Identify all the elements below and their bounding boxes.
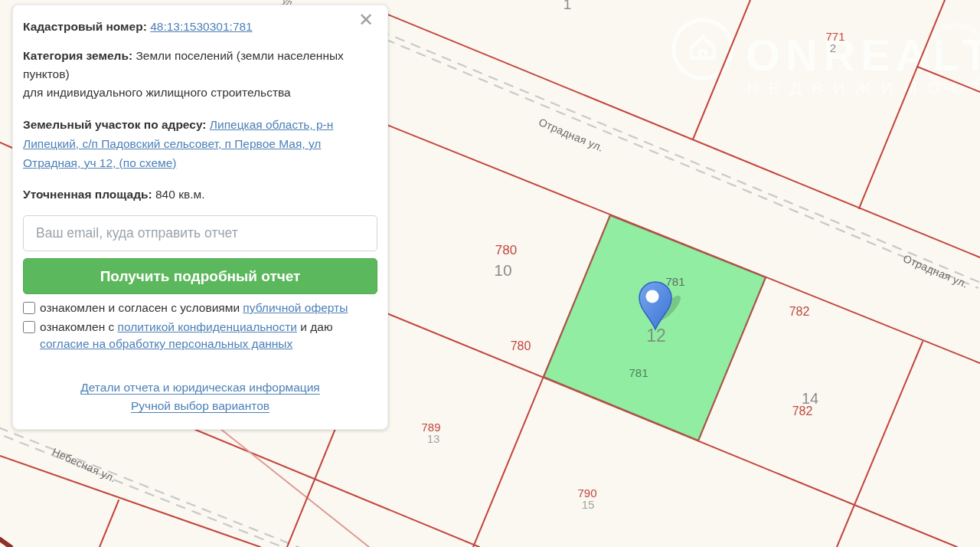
privacy-text-mid: и даю: [300, 320, 332, 333]
manual-select-link[interactable]: Ручной выбор вариантов: [131, 397, 270, 415]
road-nebesnaya: [0, 427, 300, 547]
close-icon: ✕: [358, 9, 374, 30]
cadastral-number-label: Кадастровый номер:: [23, 20, 147, 33]
land-category-label: Категория земель:: [23, 49, 132, 62]
onrealt-watermark: ONREALT НЕДВИЖИМОСТЬ: [674, 20, 980, 97]
get-report-button[interactable]: Получить подробный отчет: [23, 258, 377, 294]
offer-consent-row: ознакомлен и согласен с условиями публич…: [23, 300, 377, 316]
area-value: 840 кв.м.: [155, 188, 204, 201]
privacy-checkbox[interactable]: [23, 321, 35, 333]
cadastral-number-row: Кадастровый номер: 48:13:1530301:781: [23, 18, 377, 36]
cadastral-number-link[interactable]: 48:13:1530301:781: [150, 20, 253, 33]
close-button[interactable]: ✕: [354, 10, 378, 30]
offer-consent-text: ознакомлен и согласен с условиями публич…: [40, 300, 348, 316]
pin-hole-icon: [646, 290, 659, 303]
privacy-consent-row: ознакомлен с политикой конфиденциальност…: [23, 319, 377, 352]
address-label: Земельный участок по адресу:: [23, 118, 206, 131]
offer-text: ознакомлен и согласен с условиями: [40, 301, 240, 314]
footer-links: Детали отчета и юридическая информация Р…: [23, 378, 377, 415]
watermark-brand: ONREALT: [746, 30, 980, 80]
watermark-subtitle: НЕДВИЖИМОСТЬ: [746, 79, 980, 97]
land-category-value2: для индивидуального жилищного строительс…: [23, 84, 377, 102]
area-row: Уточненная площадь: 840 кв.м.: [23, 185, 377, 204]
email-input[interactable]: [23, 215, 377, 251]
offer-checkbox[interactable]: [23, 302, 35, 314]
area-label: Уточненная площадь:: [23, 188, 152, 201]
public-offer-link[interactable]: публичной оферты: [243, 301, 348, 314]
address-row: Земельный участок по адресу: Липецкая об…: [23, 115, 377, 172]
personal-data-consent-link[interactable]: согласие на обработку персональных данны…: [40, 337, 292, 350]
parcel-info-panel: ✕ Кадастровый номер: 48:13:1530301:781 К…: [12, 5, 388, 430]
privacy-policy-link[interactable]: политикой конфиденциальности: [118, 320, 297, 333]
privacy-text-before: ознакомлен с: [40, 320, 114, 333]
privacy-consent-text: ознакомлен с политикой конфиденциальност…: [40, 319, 377, 352]
land-category-row: Категория земель: Земли поселений (земли…: [23, 47, 377, 102]
report-details-link[interactable]: Детали отчета и юридическая информация: [80, 378, 319, 397]
